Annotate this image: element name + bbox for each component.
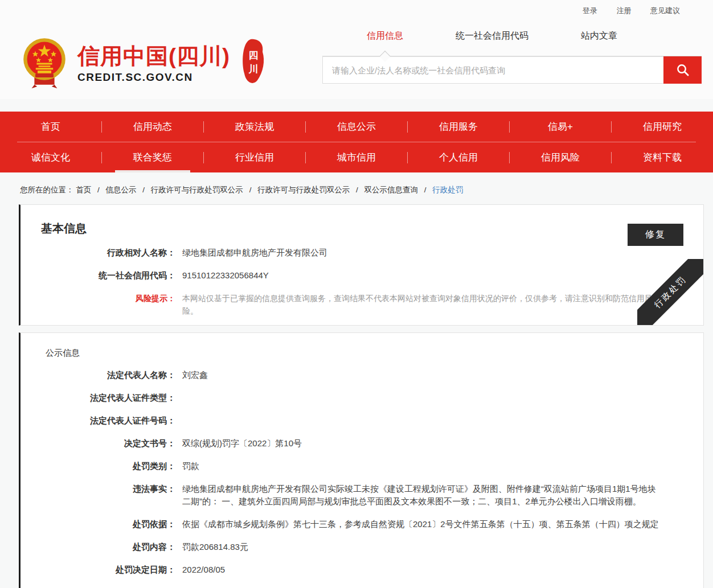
nav-item-downloads[interactable]: 资料下载 [612,142,713,172]
nav-item-home[interactable]: 首页 [0,112,101,142]
breadcrumb-separator: / [97,186,100,194]
nav-item-credit-risk[interactable]: 信用风险 [510,142,611,172]
nav-item-xinyi-plus[interactable]: 信易+ [510,112,611,142]
nav-item-industry-credit[interactable]: 行业信用 [204,142,305,172]
nav-item-info-disclosure[interactable]: 信息公示 [306,112,407,142]
tab-credit-info[interactable]: 信用信息 [367,24,403,56]
breadcrumb: 您所在的位置： 首页 / 信息公示 / 行政许可与行政处罚双公示 / 行政许可与… [0,172,713,204]
field-label: 处罚类别： [32,460,175,472]
search-tabs: 信用信息 统一社会信用代码 站内文章 [322,24,702,56]
feedback-link[interactable]: 意见建议 [650,6,680,15]
breadcrumb-prefix: 您所在的位置： [20,186,74,194]
field-label: 法定代表人证件类型： [32,392,175,404]
info-row: 处罚类别： 罚款 [32,460,692,472]
topbar: 登录 注册 意见建议 [0,0,713,16]
field-label: 处罚依据： [32,518,175,531]
info-row: 处罚依据： 依据《成都市城乡规划条例》第七十三条，参考成自然资规〔2021〕2号… [32,518,692,531]
breadcrumb-info-disclosure[interactable]: 信息公示 [106,186,137,194]
breadcrumb-dual-disclosure-2[interactable]: 行政许可与行政处罚双公示 [257,186,350,194]
site-title: 信用中国(四川) [77,44,230,69]
header-main: 信用中国(四川) CREDIT.SC.GOV.CN 四 川 信用信息 统一社会信… [0,16,713,99]
breadcrumb-dual-disclosure-1[interactable]: 行政许可与行政处罚双公示 [151,186,243,194]
national-emblem-icon [22,36,67,92]
field-value: 绿地集团成都申航房地产开发有限公司 [182,246,692,259]
field-label: 处罚决定日期： [32,564,175,576]
field-value: 2022/08/05 [182,564,692,576]
svg-text:川: 川 [248,64,258,75]
breadcrumb-admin-penalty[interactable]: 行政处罚 [432,186,463,194]
field-label: 决定文书号： [32,437,175,450]
nav-item-credit-news[interactable]: 信用动态 [102,112,203,142]
breadcrumb-separator: / [356,186,358,194]
field-label: 统一社会信用代码： [32,269,175,282]
field-value [182,414,692,427]
nav-item-credit-services[interactable]: 信用服务 [408,112,509,142]
field-value: 罚款206814.83元 [182,541,692,553]
register-link[interactable]: 注册 [616,6,631,15]
nav-item-credit-research[interactable]: 信用研究 [612,112,713,142]
title-block: 信用中国(四川) CREDIT.SC.GOV.CN [77,44,230,84]
basic-info-card: 基本信息 修复 行政相对人名称： 绿地集团成都申航房地产开发有限公司 统一社会信… [19,204,704,326]
search-icon [675,63,690,77]
info-row: 法定代表人证件类型： [32,392,692,404]
nav-item-personal-credit[interactable]: 个人信用 [408,142,509,172]
basic-info-title: 基本信息 [32,221,692,236]
site-url: CREDIT.SC.GOV.CN [77,71,230,84]
field-label: 法定代表人证件号码： [32,414,175,427]
breadcrumb-home[interactable]: 首页 [76,186,91,194]
main-navigation: 首页 信用动态 政策法规 信息公示 信用服务 信易+ 信用研究 诚信文化 联合奖… [0,112,713,172]
risk-label: 风险提示： [32,292,175,317]
nav-item-city-credit[interactable]: 城市信用 [306,142,407,172]
login-link[interactable]: 登录 [583,6,597,15]
header-right: 信用信息 统一社会信用代码 站内文章 [322,24,702,99]
info-row: 行政相对人名称： 绿地集团成都申航房地产开发有限公司 [32,246,692,259]
search-input[interactable] [322,56,663,84]
info-row: 统一社会信用代码： 91510122332056844Y [32,269,692,282]
field-value: 依据《成都市城乡规划条例》第七十三条，参考成自然资规〔2021〕2号文件第五条第… [182,518,692,531]
field-value: 绿地集团成都申航房地产开发有限公司实际竣工未按《建设工程规划许可证》及附图、附件… [182,483,692,508]
breadcrumb-dual-query[interactable]: 双公示信息查询 [364,186,418,194]
info-row: 处罚内容： 罚款206814.83元 [32,541,692,553]
info-row: 法定代表人名称： 刘宏鑫 [32,369,692,381]
field-label: 法定代表人名称： [32,369,175,381]
public-info-title: 公示信息 [32,348,692,359]
site-header: 登录 注册 意见建议 [0,0,713,99]
info-row: 处罚决定日期： 2022/08/05 [32,564,692,576]
field-label: 违法事实： [32,483,175,508]
search-bar [322,56,702,84]
svg-text:四: 四 [248,50,258,61]
tab-unified-code[interactable]: 统一社会信用代码 [456,24,528,56]
field-value: 91510122332056844Y [182,269,692,282]
field-value: 罚款 [182,460,692,472]
nav-item-policies[interactable]: 政策法规 [204,112,305,142]
tab-site-articles[interactable]: 站内文章 [581,24,617,56]
sichuan-seal-icon: 四 川 [240,38,267,86]
field-value [182,392,692,404]
nav-row-2: 诚信文化 联合奖惩 行业信用 城市信用 个人信用 信用风险 资料下载 [0,142,713,172]
risk-notice-row: 风险提示： 本网站仅基于已掌握的信息提供查询服务，查询结果不代表本网站对被查询对… [32,292,692,317]
public-info-card: 公示信息 法定代表人名称： 刘宏鑫 法定代表人证件类型： 法定代表人证件号码： … [19,332,704,588]
field-value: 刘宏鑫 [182,369,692,381]
breadcrumb-separator: / [424,186,427,194]
nav-item-joint-reward-punishment[interactable]: 联合奖惩 [102,142,203,172]
field-label: 处罚内容： [32,541,175,553]
field-value: 双综(规划)罚字〔2022〕第10号 [182,437,692,450]
info-row: 违法事实： 绿地集团成都申航房地产开发有限公司实际竣工未按《建设工程规划许可证》… [32,483,692,508]
risk-text: 本网站仅基于已掌握的信息提供查询服务，查询结果不代表本网站对被查询对象信用状况的… [182,292,692,317]
field-label: 行政相对人名称： [32,246,175,259]
nav-row-1: 首页 信用动态 政策法规 信息公示 信用服务 信易+ 信用研究 [0,112,713,142]
info-row: 决定文书号： 双综(规划)罚字〔2022〕第10号 [32,437,692,450]
repair-button[interactable]: 修复 [628,224,683,246]
nav-item-integrity-culture[interactable]: 诚信文化 [0,142,101,172]
breadcrumb-separator: / [249,186,252,194]
info-row: 法定代表人证件号码： [32,414,692,427]
site-logo[interactable]: 信用中国(四川) CREDIT.SC.GOV.CN 四 川 [22,28,267,99]
search-button[interactable] [663,56,702,84]
breadcrumb-separator: / [142,186,145,194]
